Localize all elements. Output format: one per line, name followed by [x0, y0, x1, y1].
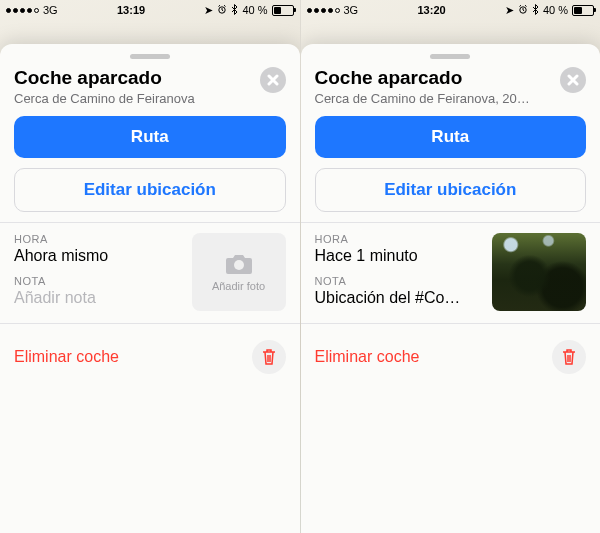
alarm-icon	[217, 4, 227, 16]
time-label: HORA	[14, 233, 178, 245]
info-section: HORA Hace 1 minuto NOTA Ubicación del #C…	[315, 223, 587, 319]
status-left: 3G	[307, 4, 359, 16]
trash-icon	[261, 348, 277, 366]
alarm-icon	[518, 4, 528, 16]
status-time: 13:19	[117, 4, 145, 16]
info-column: HORA Ahora mismo NOTA Añadir nota	[14, 233, 178, 311]
trash-icon	[561, 348, 577, 366]
signal-dots-icon	[6, 8, 39, 13]
card-subtitle: Cerca de Camino de Feiranova, 20…	[315, 91, 587, 106]
delete-row: Eliminar coche	[14, 324, 286, 374]
edit-location-button[interactable]: Editar ubicación	[14, 168, 286, 212]
battery-icon	[572, 5, 594, 16]
card-header: Coche aparcado Cerca de Camino de Feiran…	[315, 67, 587, 106]
carrier-label: 3G	[43, 4, 58, 16]
status-left: 3G	[6, 4, 58, 16]
time-value: Ahora mismo	[14, 247, 178, 265]
note-block[interactable]: NOTA Ubicación del #Co…	[315, 275, 479, 307]
phone-screen-right: 3G 13:20 ➤ 40 % Coche aparcado Cerca de …	[301, 0, 601, 533]
note-label: NOTA	[315, 275, 479, 287]
time-block: HORA Ahora mismo	[14, 233, 178, 265]
sheet-grabber[interactable]	[430, 54, 470, 59]
status-right: ➤ 40 %	[204, 4, 293, 17]
sheet-grabber[interactable]	[130, 54, 170, 59]
status-time: 13:20	[417, 4, 445, 16]
bluetooth-icon	[231, 4, 238, 17]
status-bar: 3G 13:19 ➤ 40 %	[0, 0, 300, 20]
bluetooth-icon	[532, 4, 539, 17]
add-photo-caption: Añadir foto	[212, 280, 265, 292]
card-header: Coche aparcado Cerca de Camino de Feiran…	[14, 67, 286, 106]
note-value[interactable]: Ubicación del #Co…	[315, 289, 479, 307]
parked-car-card: Coche aparcado Cerca de Camino de Feiran…	[301, 44, 601, 533]
trash-button[interactable]	[252, 340, 286, 374]
location-icon: ➤	[204, 4, 213, 17]
note-label: NOTA	[14, 275, 178, 287]
add-photo-button[interactable]: Añadir foto	[192, 233, 286, 311]
edit-location-button[interactable]: Editar ubicación	[315, 168, 587, 212]
time-block: HORA Hace 1 minuto	[315, 233, 479, 265]
camera-icon	[224, 252, 254, 276]
battery-pct: 40 %	[543, 4, 568, 16]
card-title: Coche aparcado	[315, 67, 587, 89]
delete-car-link[interactable]: Eliminar coche	[14, 348, 119, 366]
info-section: HORA Ahora mismo NOTA Añadir nota Añadir…	[14, 223, 286, 319]
card-title: Coche aparcado	[14, 67, 286, 89]
parked-car-card: Coche aparcado Cerca de Camino de Feiran…	[0, 44, 300, 533]
carrier-label: 3G	[344, 4, 359, 16]
route-button[interactable]: Ruta	[14, 116, 286, 158]
photo-thumbnail[interactable]	[492, 233, 586, 311]
dual-screenshot-container: 3G 13:19 ➤ 40 % Coche aparcado Cerca de …	[0, 0, 600, 533]
battery-pct: 40 %	[242, 4, 267, 16]
location-icon: ➤	[505, 4, 514, 17]
time-label: HORA	[315, 233, 479, 245]
note-block[interactable]: NOTA Añadir nota	[14, 275, 178, 307]
close-button[interactable]	[260, 67, 286, 93]
close-button[interactable]	[560, 67, 586, 93]
phone-screen-left: 3G 13:19 ➤ 40 % Coche aparcado Cerca de …	[0, 0, 301, 533]
status-right: ➤ 40 %	[505, 4, 594, 17]
delete-car-link[interactable]: Eliminar coche	[315, 348, 420, 366]
trash-button[interactable]	[552, 340, 586, 374]
time-value: Hace 1 minuto	[315, 247, 479, 265]
route-button[interactable]: Ruta	[315, 116, 587, 158]
delete-row: Eliminar coche	[315, 324, 587, 374]
note-value[interactable]: Añadir nota	[14, 289, 178, 307]
card-subtitle: Cerca de Camino de Feiranova	[14, 91, 286, 106]
info-column: HORA Hace 1 minuto NOTA Ubicación del #C…	[315, 233, 479, 311]
battery-icon	[272, 5, 294, 16]
signal-dots-icon	[307, 8, 340, 13]
svg-point-1	[234, 260, 244, 270]
status-bar: 3G 13:20 ➤ 40 %	[301, 0, 601, 20]
